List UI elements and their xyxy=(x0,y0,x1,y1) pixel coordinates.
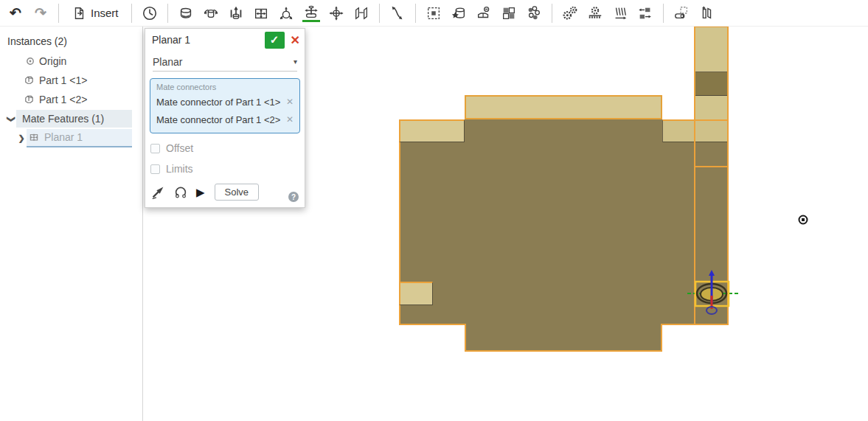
pin-slot-mate-icon[interactable] xyxy=(302,4,320,22)
limits-option[interactable]: Limits xyxy=(150,163,305,175)
tangent-mate-icon[interactable] xyxy=(389,4,406,22)
app-window: ↶ ↷ Insert xyxy=(0,0,868,421)
undo-icon[interactable]: ↶ xyxy=(7,4,24,22)
accept-button[interactable]: ✓ xyxy=(265,32,285,49)
interference-icon[interactable] xyxy=(525,4,543,22)
remove-connector-icon[interactable]: ✕ xyxy=(286,97,294,107)
sidebar-item-part1-2[interactable]: Part 1 <2> xyxy=(0,90,142,109)
assembly-toolbar: ↶ ↷ Insert xyxy=(0,0,868,27)
tree-item-label: Origin xyxy=(39,55,66,67)
toolbar-separator xyxy=(663,4,664,23)
chevron-down-icon[interactable]: ❯ xyxy=(7,114,16,124)
animate-icon[interactable] xyxy=(173,185,188,200)
check-icon: ✓ xyxy=(270,33,280,46)
display-states-icon[interactable] xyxy=(673,4,690,22)
revolute-mate-icon[interactable] xyxy=(202,4,220,22)
gear-relation-icon[interactable] xyxy=(561,4,579,22)
offset-option[interactable]: Offset xyxy=(150,142,305,154)
play-icon[interactable]: ▶ xyxy=(196,187,205,198)
insert-icon xyxy=(72,6,86,21)
part2-column-mid-segment[interactable] xyxy=(694,96,729,119)
dialog-title: Planar 1 xyxy=(152,34,265,46)
limits-label: Limits xyxy=(166,163,193,175)
mate-connector-name: Mate connector of Part 1 <1> xyxy=(156,97,286,108)
part2-column-edge-line xyxy=(694,166,729,167)
instances-header: Instances (2) xyxy=(0,27,142,52)
mate-connector-triad[interactable] xyxy=(682,268,745,321)
planar1-highlight[interactable]: Planar 1 xyxy=(27,129,132,147)
planar-mate-dialog: Planar 1 ✓ ✕ Planar ▾ Mate connectors Ma… xyxy=(145,28,305,208)
help-icon[interactable]: ? xyxy=(288,192,299,202)
origin-icon xyxy=(26,57,35,66)
slider-mate-icon[interactable] xyxy=(227,4,245,22)
mate-connector-row[interactable]: Mate connector of Part 1 <1> ✕ xyxy=(156,93,294,111)
close-icon: ✕ xyxy=(291,34,300,46)
sidebar-group-mate-features[interactable]: ❯ Mate Features (1) xyxy=(0,109,142,128)
mate-connectors-box[interactable]: Mate connectors Mate connector of Part 1… xyxy=(150,78,300,133)
part-icon xyxy=(24,75,35,86)
limits-checkbox[interactable] xyxy=(150,164,160,174)
history-icon[interactable] xyxy=(141,4,159,22)
sidebar-item-planar1[interactable]: ❯ Planar 1 xyxy=(0,128,142,147)
part1-main-body[interactable] xyxy=(399,119,729,325)
pattern-icon[interactable] xyxy=(500,4,518,22)
mate-connector-icon[interactable] xyxy=(450,4,468,22)
planar-mate-icon xyxy=(28,131,40,143)
toolbar-separator xyxy=(167,4,168,23)
group-icon[interactable] xyxy=(425,4,442,22)
tree-item-label: Planar 1 xyxy=(44,131,83,143)
toolbar-separator xyxy=(552,4,552,23)
insert-label: Insert xyxy=(91,7,119,19)
planar-mate-icon[interactable] xyxy=(252,4,270,22)
part1-left-lower-tab[interactable] xyxy=(399,282,433,305)
chevron-right-icon[interactable]: ❯ xyxy=(16,133,27,143)
fastened-mate-icon[interactable] xyxy=(177,4,195,22)
replicate-icon[interactable] xyxy=(475,4,493,22)
screw-relation-icon[interactable] xyxy=(611,4,629,22)
dialog-header: Planar 1 ✓ ✕ xyxy=(145,29,305,51)
part1-bottom-tab[interactable] xyxy=(465,324,662,352)
insert-button[interactable]: Insert xyxy=(69,4,122,22)
cylindrical-mate-icon[interactable] xyxy=(327,4,345,22)
toolbar-separator xyxy=(379,4,380,23)
chevron-down-icon: ▾ xyxy=(294,58,297,66)
part-icon xyxy=(24,94,35,105)
part2-column-dark-segment[interactable] xyxy=(694,72,729,96)
mate-connector-row[interactable]: Mate connector of Part 1 <2> ✕ xyxy=(156,111,294,128)
assembly-origin-icon[interactable] xyxy=(797,214,809,226)
offset-checkbox[interactable] xyxy=(150,144,160,153)
mate-connectors-label: Mate connectors xyxy=(156,83,294,91)
rack-pinion-relation-icon[interactable] xyxy=(586,4,604,22)
cancel-button[interactable]: ✕ xyxy=(291,33,300,47)
toolbar-separator xyxy=(131,4,132,23)
tree-item-label: Part 1 <2> xyxy=(39,94,87,105)
mate-type-value: Planar xyxy=(153,56,294,68)
redo-icon[interactable]: ↷ xyxy=(32,4,49,22)
solve-button[interactable]: Solve xyxy=(215,184,260,201)
mate-connector-name: Mate connector of Part 1 <2> xyxy=(156,114,286,125)
snap-mode-icon[interactable] xyxy=(151,185,165,199)
parallel-mate-icon[interactable] xyxy=(353,4,370,22)
part1-right-tab[interactable] xyxy=(662,119,729,142)
assembly-tree-panel: Instances (2) Origin Part 1 <1> Part 1 <… xyxy=(0,27,143,421)
toolbar-separator xyxy=(415,4,416,23)
ball-mate-icon[interactable] xyxy=(277,4,295,22)
mate-features-highlight[interactable]: Mate Features (1) xyxy=(16,110,132,128)
tree-item-label: Part 1 <1> xyxy=(39,74,87,86)
sidebar-item-part1-1[interactable]: Part 1 <1> xyxy=(0,71,142,90)
part1-top-tab[interactable] xyxy=(465,95,662,119)
sidebar-item-origin[interactable]: Origin xyxy=(0,52,142,71)
part2-column-top-segment[interactable] xyxy=(694,26,729,72)
mate-type-dropdown[interactable]: Planar ▾ xyxy=(153,52,297,72)
mate-features-label: Mate Features (1) xyxy=(22,113,104,125)
belt-relation-icon[interactable] xyxy=(636,4,654,22)
offset-label: Offset xyxy=(166,142,193,154)
part1-left-tab[interactable] xyxy=(399,119,465,142)
remove-connector-icon[interactable]: ✕ xyxy=(286,114,294,125)
toolbar-separator xyxy=(58,4,59,23)
exploded-view-icon[interactable] xyxy=(698,4,715,22)
dialog-footer: ▶ Solve ? xyxy=(151,184,299,201)
